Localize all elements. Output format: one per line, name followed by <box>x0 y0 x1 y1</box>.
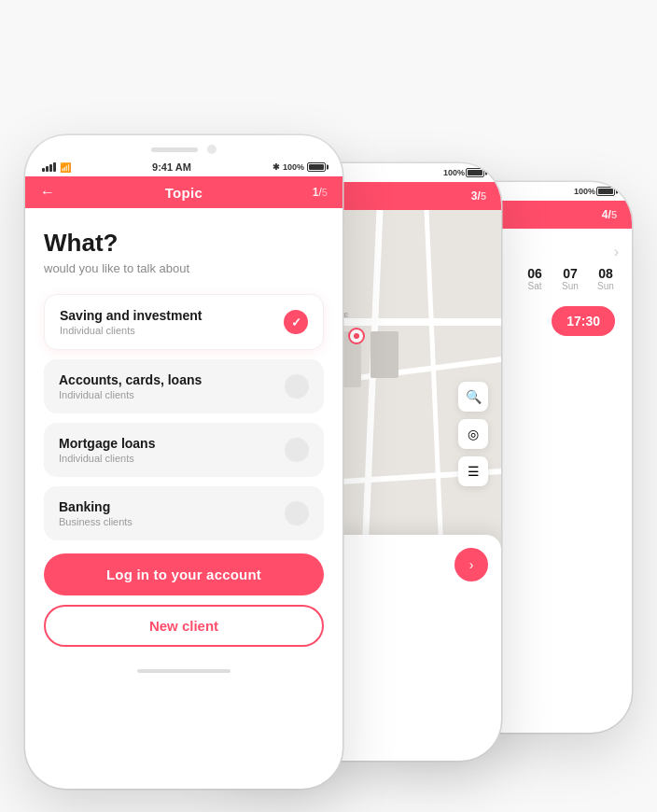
phone-camera <box>207 145 217 154</box>
cal-day-2[interactable]: 07 Sun <box>557 266 583 291</box>
map-search-btn[interactable]: 🔍 <box>458 382 488 412</box>
signal-bars <box>42 162 56 172</box>
option-accounts[interactable]: Accounts, cards, loans Individual client… <box>44 359 324 413</box>
buttons-area: Log in to your account New client <box>44 553 324 647</box>
mid-battery-body <box>466 168 484 177</box>
status-icons: ✱ 100% <box>273 162 326 172</box>
option-sub-4: Business clients <box>59 516 133 527</box>
home-bar[interactable] <box>137 669 231 673</box>
login-button[interactable]: Log in to your account <box>44 553 324 595</box>
bluetooth-icon: ✱ <box>273 162 280 172</box>
option-banking[interactable]: Banking Business clients <box>44 486 324 540</box>
cal-day-3[interactable]: 08 Sun <box>593 266 619 291</box>
main-header: ← Topic 1/5 <box>25 176 342 208</box>
option-name-3: Mortgage loans <box>59 436 155 451</box>
phone-speaker <box>151 147 198 152</box>
back-button[interactable]: ← <box>40 184 55 201</box>
battery-fill <box>309 164 324 170</box>
status-time: 9:41 AM <box>152 161 191 173</box>
mid-battery: 100% <box>443 168 484 177</box>
option-saving-investment[interactable]: Saving and investment Individual clients <box>44 294 324 350</box>
option-text-4: Banking Business clients <box>59 499 133 527</box>
option-name-1: Saving and investment <box>60 308 202 323</box>
back-battery: 100% <box>574 187 615 196</box>
option-text-2: Accounts, cards, loans Individual client… <box>59 372 202 400</box>
option-name-4: Banking <box>59 499 133 514</box>
cal-day-1[interactable]: 06 Sat <box>522 266 548 291</box>
map-list-btn[interactable]: ☰ <box>458 456 488 486</box>
option-name-2: Accounts, cards, loans <box>59 372 202 387</box>
main-status-bar: 📶 9:41 AM ✱ 100% <box>25 158 342 176</box>
mid-battery-fill <box>468 170 482 175</box>
option-sub-1: Individual clients <box>60 325 202 336</box>
mid-progress: 3/5 <box>471 189 486 203</box>
phone-main: 📶 9:41 AM ✱ 100% ← Topic 1/5 What? would… <box>25 135 342 789</box>
svg-point-12 <box>354 333 359 339</box>
back-progress: 4/5 <box>602 208 617 221</box>
question-subtitle: would you like to talk about <box>44 261 324 275</box>
phones-container: 100% 4/5 › 06 Sat <box>25 23 632 789</box>
battery-text: 100% <box>283 162 304 172</box>
option-text-3: Mortgage loans Individual clients <box>59 436 155 464</box>
branch-select-btn[interactable]: › <box>454 548 488 581</box>
time-slot[interactable]: 17:30 <box>552 306 615 336</box>
option-mortgage[interactable]: Mortgage loans Individual clients <box>44 423 324 477</box>
home-indicator <box>25 662 342 684</box>
map-locate-btn[interactable]: ◎ <box>458 419 488 449</box>
svg-rect-9 <box>370 331 398 378</box>
main-screen-content: What? would you like to talk about Savin… <box>25 208 342 662</box>
back-status-icons: 100% <box>574 187 615 196</box>
phone-top-bar <box>25 135 342 158</box>
question-title: What? <box>44 229 324 258</box>
radio-1 <box>284 310 308 334</box>
map-controls: 🔍 ◎ ☰ <box>458 382 488 486</box>
option-sub-3: Individual clients <box>59 453 155 464</box>
radio-3 <box>285 438 309 462</box>
new-client-button[interactable]: New client <box>44 605 324 647</box>
header-title: Topic <box>165 185 203 201</box>
option-sub-2: Individual clients <box>59 389 202 400</box>
radio-2 <box>285 374 309 399</box>
radio-4 <box>285 501 309 525</box>
battery-body <box>307 162 326 172</box>
signal-group: 📶 <box>42 162 71 173</box>
back-battery-body <box>596 187 615 196</box>
wifi-icon: 📶 <box>60 162 71 173</box>
option-text-1: Saving and investment Individual clients <box>60 308 202 336</box>
header-progress: 1/5 <box>313 186 328 199</box>
mid-status-icons: 100% <box>443 168 484 177</box>
calendar-next-arrow[interactable]: › <box>614 244 619 260</box>
back-battery-fill <box>598 189 613 194</box>
